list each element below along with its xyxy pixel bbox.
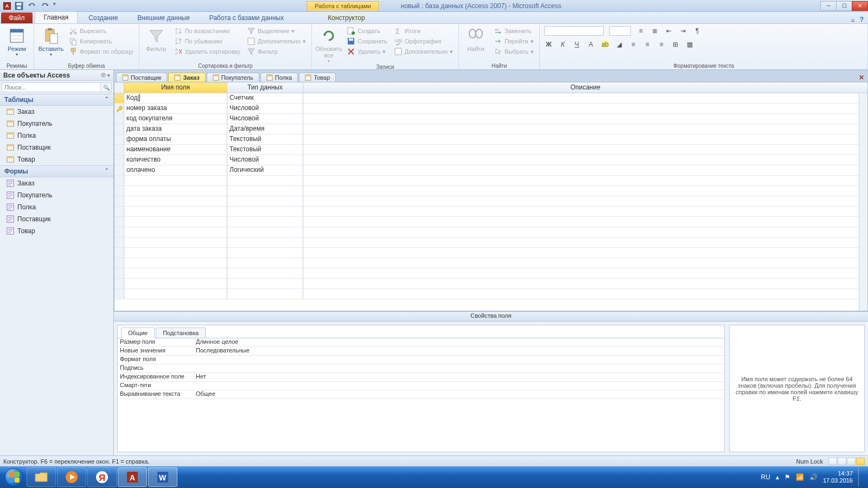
row-selector[interactable] (114, 227, 124, 237)
description-cell[interactable] (303, 217, 867, 227)
property-row[interactable]: Смарт-теги (118, 382, 724, 390)
ltr-icon[interactable]: ¶ (692, 25, 703, 36)
row-selector[interactable] (114, 155, 124, 165)
property-value[interactable] (194, 364, 724, 373)
field-row[interactable] (114, 176, 867, 186)
grid-scrollbar[interactable] (859, 93, 867, 311)
delete-record-button[interactable]: Удалить ▾ (344, 47, 390, 56)
properties-tab-lookup[interactable]: Подстановка (156, 328, 206, 338)
navpane-dropdown-icon[interactable]: ☉ « (101, 72, 110, 78)
object-tab[interactable]: Заказ (168, 73, 205, 82)
field-row[interactable]: код покупателя Числовой (114, 114, 867, 124)
data-type-cell[interactable]: Логический (227, 165, 303, 175)
property-row[interactable]: Формат поля (118, 356, 724, 364)
field-name-cell[interactable]: форма оплаты (124, 134, 227, 144)
object-tab[interactable]: Покупатель (207, 73, 259, 82)
taskbar-media-player[interactable] (57, 467, 86, 487)
row-selector[interactable] (114, 176, 124, 185)
data-type-cell[interactable]: Числовой (227, 104, 303, 113)
row-selector[interactable]: 🔑 (114, 104, 124, 113)
description-cell[interactable] (303, 248, 867, 258)
data-type-cell[interactable]: Текстовый (227, 145, 303, 155)
format-painter-button[interactable]: Формат по образцу (67, 47, 136, 56)
navpane-item[interactable]: Поставщик (0, 213, 113, 225)
row-selector[interactable] (114, 258, 124, 268)
taskbar-word[interactable]: W (148, 467, 177, 487)
navpane-item[interactable]: Заказ (0, 177, 113, 189)
taskbar-access[interactable]: A (118, 467, 147, 487)
row-selector[interactable] (114, 186, 124, 196)
field-row[interactable]: Код| Счетчик (114, 93, 867, 104)
data-type-cell[interactable] (227, 268, 303, 278)
advanced-filter-button[interactable]: Дополнительно ▾ (245, 36, 308, 46)
navpane-item[interactable]: Полка (0, 201, 113, 213)
highlight-icon[interactable]: ab (599, 39, 610, 50)
data-type-cell[interactable] (227, 196, 303, 206)
align-center-icon[interactable]: ≡ (642, 39, 653, 50)
align-left-icon[interactable]: ≡ (628, 39, 639, 50)
sort-desc-button[interactable]: ZAПо убыванию (172, 36, 242, 46)
save-icon[interactable] (14, 1, 24, 11)
find-button[interactable]: Найти (462, 25, 489, 52)
field-row[interactable]: 🔑 номер заказа Числовой (114, 104, 867, 114)
field-name-cell[interactable]: наименование (124, 145, 227, 155)
sort-asc-button[interactable]: AZПо возрастанию (172, 26, 242, 36)
field-row[interactable] (114, 186, 867, 196)
data-type-cell[interactable]: Счетчик (227, 93, 303, 103)
toggle-filter-button[interactable]: Фильтр (245, 47, 308, 56)
description-cell[interactable] (303, 227, 867, 237)
bold-icon[interactable]: Ж (543, 39, 554, 50)
font-color-icon[interactable]: A (585, 39, 596, 50)
gridlines-icon[interactable]: ⊞ (670, 39, 681, 50)
redo-icon[interactable] (40, 1, 50, 11)
field-row[interactable]: оплачено Логический (114, 165, 867, 176)
tray-volume-icon[interactable]: 🔊 (809, 473, 818, 481)
navpane-header[interactable]: Все объекты Access ☉ « (0, 70, 113, 81)
undo-icon[interactable] (27, 1, 37, 11)
copy-button[interactable]: Копировать (67, 36, 136, 46)
property-value[interactable] (194, 356, 724, 364)
field-row[interactable] (114, 258, 867, 268)
close-tab-icon[interactable]: ✕ (857, 73, 866, 82)
search-icon[interactable]: 🔍 (101, 82, 112, 92)
field-name-cell[interactable] (124, 196, 227, 206)
more-records-button[interactable]: Дополнительно ▾ (392, 47, 455, 56)
tray-chevron-icon[interactable]: ▴ (776, 473, 779, 481)
field-name-cell[interactable] (124, 207, 227, 216)
data-type-cell[interactable]: Числовой (227, 155, 303, 165)
property-row[interactable]: Размер поляДлинное целое (118, 338, 724, 347)
description-cell[interactable] (303, 268, 867, 278)
navgroup-header[interactable]: Формы⌃ (0, 165, 113, 177)
field-row[interactable]: дата заказа Дата/время (114, 124, 867, 134)
description-cell[interactable] (303, 186, 867, 196)
goto-button[interactable]: Перейти ▾ (492, 36, 536, 46)
properties-tab-general[interactable]: Общие (121, 328, 155, 338)
data-type-cell[interactable] (227, 248, 303, 258)
indent-dec-icon[interactable]: ⇤ (663, 25, 674, 36)
description-header[interactable]: Описание (303, 82, 867, 93)
navpane-item[interactable]: Поставщик (0, 142, 113, 153)
navgroup-header[interactable]: Таблицы⌃ (0, 94, 113, 106)
data-type-cell[interactable]: Текстовый (227, 134, 303, 144)
show-desktop-button[interactable] (858, 467, 863, 487)
data-type-cell[interactable]: Числовой (227, 114, 303, 124)
description-cell[interactable] (303, 155, 867, 165)
font-size-combo[interactable] (609, 26, 631, 36)
start-button[interactable] (2, 466, 26, 488)
paste-button[interactable]: Вставить ▾ (37, 25, 65, 57)
tray-clock[interactable]: 14:37 17.03.2016 (823, 470, 853, 484)
help-icon[interactable]: ? (860, 16, 864, 23)
property-value[interactable]: Длинное целое (194, 338, 724, 346)
field-name-cell[interactable] (124, 217, 227, 227)
description-cell[interactable] (303, 176, 867, 185)
view-pivotchart-icon[interactable] (847, 458, 856, 465)
lang-indicator[interactable]: RU (761, 473, 770, 481)
field-name-cell[interactable] (124, 268, 227, 278)
field-name-cell[interactable]: номер заказа (124, 104, 227, 113)
data-type-cell[interactable] (227, 237, 303, 247)
spelling-button[interactable]: ABCОрфография (392, 36, 455, 46)
field-name-cell[interactable] (124, 237, 227, 247)
field-row[interactable] (114, 237, 867, 248)
field-name-header[interactable]: Имя поля (124, 82, 227, 93)
property-value[interactable]: Общее (194, 390, 724, 399)
